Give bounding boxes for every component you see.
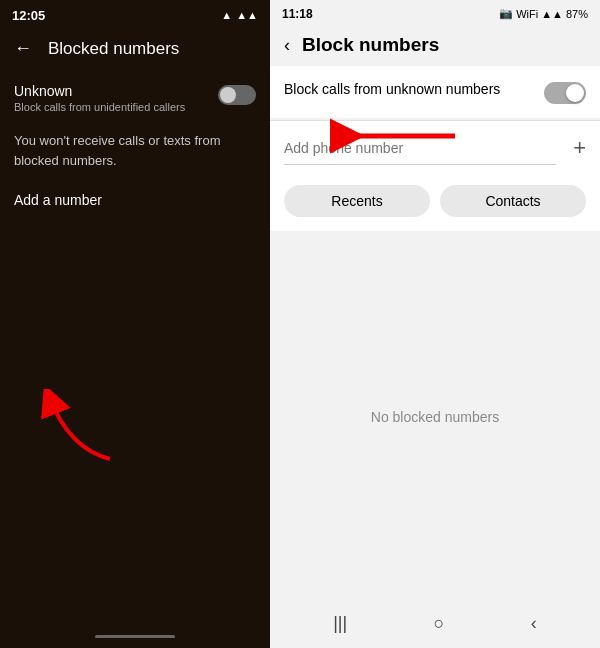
nav-home-icon[interactable]: ○ <box>434 613 445 634</box>
wifi-status-icon: WiFi <box>516 8 538 20</box>
add-number-link[interactable]: Add a number <box>14 192 256 208</box>
left-content: Unknown Block calls from unidentified ca… <box>0 69 270 648</box>
block-unknown-toggle[interactable] <box>544 82 586 104</box>
right-status-bar: 11:18 📷 WiFi ▲▲ 87% <box>270 0 600 26</box>
signal-icon: ▲▲ <box>236 9 258 21</box>
left-status-icons: ▲ ▲▲ <box>221 9 258 21</box>
right-header: ‹ Block numbers <box>270 26 600 66</box>
add-phone-plus-button[interactable]: + <box>573 135 586 161</box>
unknown-toggle[interactable] <box>218 85 256 105</box>
empty-state-text: No blocked numbers <box>371 409 499 425</box>
right-back-button[interactable]: ‹ <box>284 35 290 56</box>
signal-status-icon: ▲▲ <box>541 8 563 20</box>
left-home-indicator <box>95 635 175 638</box>
left-status-bar: 12:05 ▲ ▲▲ <box>0 0 270 28</box>
right-panel: 11:18 📷 WiFi ▲▲ 87% ‹ Block numbers Bloc… <box>270 0 600 648</box>
left-header: ← Blocked numbers <box>0 28 270 69</box>
unknown-sublabel: Block calls from unidentified callers <box>14 101 185 113</box>
add-phone-section: + Recents Contacts <box>270 121 600 231</box>
nav-back-icon[interactable]: ‹ <box>531 613 537 634</box>
right-nav-bar: ||| ○ ‹ <box>270 603 600 648</box>
add-phone-input[interactable] <box>284 140 567 156</box>
block-unknown-label: Block calls from unknown numbers <box>284 80 544 100</box>
block-unknown-row: Block calls from unknown numbers <box>284 80 586 104</box>
empty-state: No blocked numbers <box>270 231 600 603</box>
camera-status-icon: 📷 <box>499 7 513 20</box>
unknown-row: Unknown Block calls from unidentified ca… <box>14 83 256 113</box>
add-phone-row: + <box>270 121 600 175</box>
quick-add-buttons: Recents Contacts <box>270 175 600 231</box>
battery-status: 87% <box>566 8 588 20</box>
right-status-icons: 📷 WiFi ▲▲ 87% <box>499 7 588 20</box>
left-back-button[interactable]: ← <box>14 38 32 59</box>
contacts-button[interactable]: Contacts <box>440 185 586 217</box>
right-time: 11:18 <box>282 7 313 21</box>
wifi-icon: ▲ <box>221 9 232 21</box>
unknown-label: Unknown <box>14 83 185 99</box>
left-panel: 12:05 ▲ ▲▲ ← Blocked numbers Unknown Blo… <box>0 0 270 648</box>
block-unknown-card: Block calls from unknown numbers <box>270 66 600 118</box>
left-title: Blocked numbers <box>48 39 179 59</box>
left-time: 12:05 <box>12 8 45 23</box>
unknown-text: Unknown Block calls from unidentified ca… <box>14 83 185 113</box>
add-phone-underline <box>284 164 556 165</box>
nav-menu-icon[interactable]: ||| <box>333 613 347 634</box>
left-info-text: You won't receive calls or texts from bl… <box>14 131 256 170</box>
recents-button[interactable]: Recents <box>284 185 430 217</box>
right-title: Block numbers <box>302 34 439 56</box>
